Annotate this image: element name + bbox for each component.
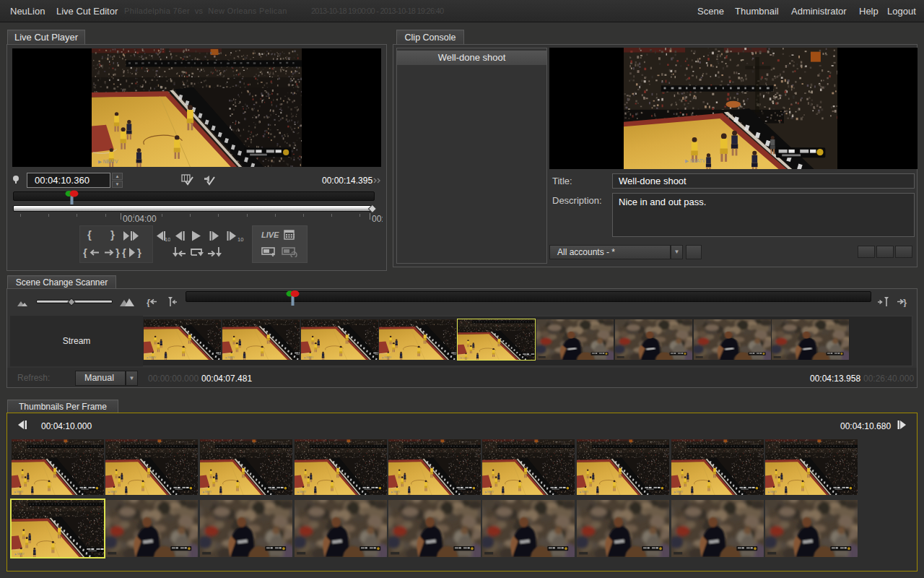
- svg-text:{: {: [83, 247, 87, 258]
- svg-text:10: 10: [165, 236, 170, 242]
- svg-text:}: }: [116, 247, 120, 258]
- svg-text:}: }: [903, 297, 907, 307]
- svg-text:10: 10: [237, 236, 243, 242]
- svg-text:{: {: [122, 247, 126, 258]
- svg-text:{: {: [147, 297, 150, 307]
- svg-text:}: }: [137, 247, 141, 258]
